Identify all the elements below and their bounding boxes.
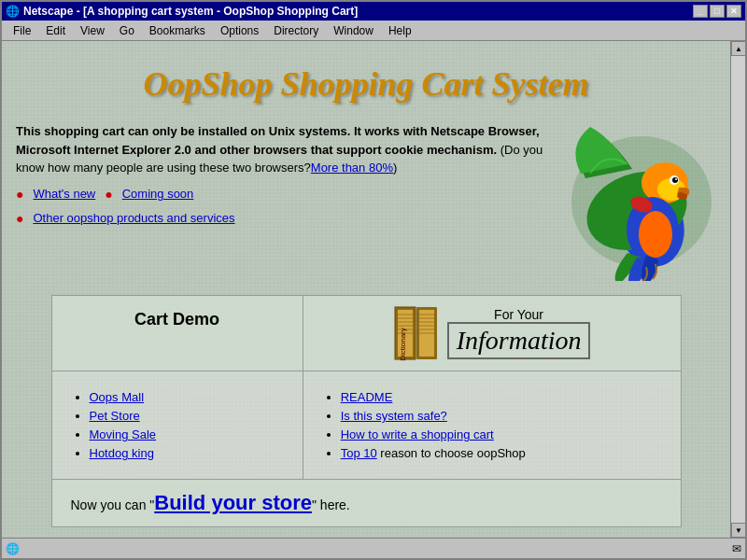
build-store-prefix: Now you can ": [71, 497, 155, 512]
menu-file[interactable]: File: [6, 22, 38, 39]
table-header-row: Cart Demo: [52, 296, 681, 371]
pet-store-link[interactable]: Pet Store: [90, 409, 140, 423]
status-icon: 🌐: [6, 542, 20, 555]
menu-edit[interactable]: Edit: [38, 22, 73, 39]
menu-view[interactable]: View: [73, 22, 112, 39]
top-10-link[interactable]: Top 10: [341, 446, 377, 460]
build-store-row: Now you can "Build your store" here.: [52, 479, 681, 526]
oops-mall-link[interactable]: Oops Mall: [90, 390, 145, 404]
page-title: OopShop Shopping Cart System: [16, 60, 716, 108]
top-10-text: Top 10 reason to choose oopShop: [341, 446, 526, 460]
close-paren: ): [393, 161, 397, 175]
moving-sale-link[interactable]: Moving Sale: [90, 427, 157, 441]
parrot-image: [567, 122, 716, 281]
bottom-static-text: What do you think about this system? Ple…: [16, 537, 258, 538]
title-bar: 🌐 Netscape - [A shopping cart system - O…: [2, 2, 745, 21]
dictionary-icon: Dictionary: [393, 305, 440, 361]
bottom-text: What do you think about this system? Ple…: [16, 537, 716, 538]
info-title-block: For Your Information: [447, 307, 591, 359]
info-header: Dictionary For Your Information: [303, 296, 681, 371]
other-products-link[interactable]: Other oopshop products and services: [33, 209, 234, 228]
menu-window[interactable]: Window: [326, 22, 381, 39]
scroll-track[interactable]: [731, 56, 745, 523]
bullet-2: ●: [105, 185, 112, 204]
table-body-row: Oops Mall Pet Store Moving Sale Hotdog k…: [52, 371, 681, 479]
content-area: OopShop Shopping Cart System This shoppi…: [2, 41, 745, 538]
minimize-button[interactable]: _: [693, 5, 708, 18]
title-bar-left: 🌐 Netscape - [A shopping cart system - O…: [6, 5, 358, 18]
svg-point-9: [639, 211, 672, 258]
svg-text:Dictionary: Dictionary: [399, 328, 407, 361]
list-item: Top 10 reason to choose oopShop: [341, 446, 662, 460]
info-body: README Is this system safe? How to write…: [303, 371, 681, 479]
intro-section: This shopping cart can only be installed…: [16, 122, 716, 281]
menu-directory[interactable]: Directory: [266, 22, 326, 39]
list-item: Is this system safe?: [341, 409, 662, 423]
cart-demo-body: Oops Mall Pet Store Moving Sale Hotdog k…: [52, 371, 303, 479]
window-title: Netscape - [A shopping cart system - Oop…: [23, 5, 358, 18]
hotdog-king-link[interactable]: Hotdog king: [90, 446, 154, 460]
list-item: How to write a shopping cart: [341, 427, 662, 441]
build-store-suffix: " here.: [312, 497, 350, 512]
coming-soon-link[interactable]: Coming soon: [122, 185, 194, 203]
status-left: 🌐: [6, 542, 732, 555]
bullet-3: ●: [16, 209, 23, 229]
build-store-link[interactable]: Build your store: [154, 491, 312, 514]
svg-point-7: [675, 178, 677, 180]
main-table: Cart Demo: [51, 295, 682, 527]
menu-help[interactable]: Help: [381, 22, 419, 39]
scroll-down-button[interactable]: ▼: [731, 523, 745, 538]
intro-bold-text: This shopping cart can only be installed…: [16, 124, 540, 157]
info-information: Information: [447, 322, 591, 359]
more-than-link[interactable]: More than 80%: [311, 161, 393, 175]
status-right: ✉: [732, 542, 741, 555]
list-item: README: [341, 390, 662, 404]
page-content: OopShop Shopping Cart System This shoppi…: [2, 41, 730, 538]
menu-go[interactable]: Go: [112, 22, 142, 39]
links-row-1: ● What's new ● Coming soon: [16, 185, 557, 204]
bullet-1: ●: [16, 185, 23, 204]
info-header-content: Dictionary For Your Information: [313, 305, 671, 361]
scroll-up-button[interactable]: ▲: [731, 41, 745, 56]
status-bar: 🌐 ✉: [2, 538, 745, 558]
mail-icon: ✉: [732, 542, 741, 555]
parrot-svg: [567, 122, 716, 281]
list-item: Pet Store: [90, 409, 284, 423]
menu-bookmarks[interactable]: Bookmarks: [142, 22, 213, 39]
whats-new-link[interactable]: What's new: [33, 185, 95, 203]
list-item: Oops Mall: [90, 390, 284, 404]
menu-options[interactable]: Options: [213, 22, 266, 39]
svg-point-6: [672, 177, 678, 183]
cart-demo-header: Cart Demo: [52, 296, 303, 371]
readme-link[interactable]: README: [341, 390, 393, 404]
links-row-2: ● Other oopshop products and services: [16, 209, 557, 229]
title-bar-buttons: _ □ ✕: [693, 5, 741, 18]
cart-demo-label: Cart Demo: [134, 310, 219, 329]
list-item: Hotdog king: [90, 446, 284, 460]
scrollbar: ▲ ▼: [730, 41, 745, 538]
browser-window: 🌐 Netscape - [A shopping cart system - O…: [0, 0, 747, 560]
list-item: Moving Sale: [90, 427, 284, 441]
info-for-your: For Your: [447, 307, 591, 322]
safe-link[interactable]: Is this system safe?: [341, 409, 447, 423]
close-button[interactable]: ✕: [726, 5, 741, 18]
info-list: README Is this system safe? How to write…: [322, 390, 662, 460]
tell-us-link[interactable]: tell us: [261, 537, 293, 538]
write-cart-link[interactable]: How to write a shopping cart: [341, 427, 494, 441]
maximize-button[interactable]: □: [710, 5, 725, 18]
app-icon: 🌐: [6, 5, 20, 18]
intro-text: This shopping cart can only be installed…: [16, 122, 567, 243]
cart-demo-list: Oops Mall Pet Store Moving Sale Hotdog k…: [71, 390, 284, 460]
menu-bar: File Edit View Go Bookmarks Options Dire…: [2, 21, 745, 41]
